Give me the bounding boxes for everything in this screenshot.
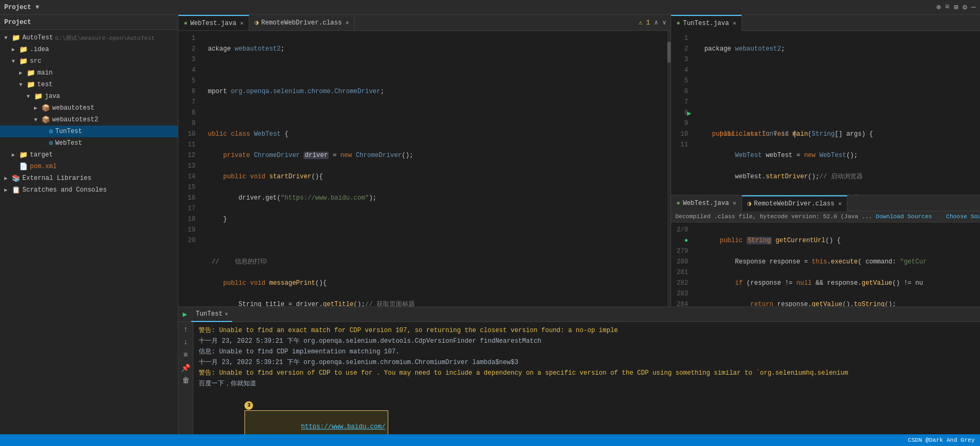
bottom-controls: ↑ ↓ ≡ 📌 🗑 <box>178 322 193 434</box>
bottom-tab-name: TunTest <box>195 310 222 318</box>
scroll-up-btn[interactable]: ↑ <box>181 324 191 335</box>
bottom-tab-close[interactable]: ✕ <box>225 310 228 317</box>
left-line-numbers: 12345 678910 11121314 1 15 1617181920 <box>178 31 200 307</box>
left-code-lines: ackage webautotest2; mport org.openqa.se… <box>200 31 667 307</box>
console-area: 警告: Unable to find an exact match for CD… <box>193 322 980 434</box>
label-src: src <box>30 57 42 65</box>
arrow-autotest: ▼ <box>4 35 12 41</box>
sidebar-item-scratches[interactable]: ▶ 📋 Scratches and Consoles <box>0 184 178 196</box>
pin-btn[interactable]: 📌 <box>181 362 191 373</box>
folder-icon-main: 📁 <box>27 69 35 77</box>
align-btn[interactable]: ≡ <box>181 350 191 360</box>
choose-sources-link[interactable]: Choose Sources... <box>946 213 980 220</box>
sidebar-item-main[interactable]: ▶ 📁 main <box>0 67 178 79</box>
console-line-6: 百度一下，你就知道 <box>199 378 975 389</box>
tab-close-webtest[interactable]: ✕ <box>240 20 244 27</box>
tab-webtest-java[interactable]: ● WebTest.java ✕ <box>178 15 249 31</box>
nav-up-icon[interactable]: ∧ <box>655 19 658 27</box>
class-icon-tuntest: ⊙ <box>49 127 53 136</box>
expand-icon[interactable]: ⊞ <box>954 3 958 12</box>
tab-close-rwd[interactable]: ✕ <box>346 19 349 26</box>
scroll-down-btn[interactable]: ↓ <box>181 337 191 348</box>
label-webautotest2: webautotest2 <box>52 116 98 123</box>
right-top-tab-bar: ● TunTest.java ✕ <box>671 15 980 31</box>
sidebar-item-autotest[interactable]: ▼ 📁 AutoTest G:\测试\measure-open\AutoTest <box>0 32 178 44</box>
trash-btn[interactable]: 🗑 <box>181 375 191 386</box>
run-marker[interactable]: ▶ <box>687 109 691 119</box>
bottom-content-row: ↑ ↓ ≡ 📌 🗑 警告: Unable to find an exact ma… <box>178 322 980 434</box>
sidebar: Project ▼ 📁 AutoTest G:\测试\measure-open\… <box>0 15 178 434</box>
structure-icon[interactable]: ≡ <box>945 3 949 12</box>
arrow-webautotest: ▶ <box>34 105 42 111</box>
baidu-url[interactable]: https://www.baidu.com/ <box>301 423 385 431</box>
editor-right: ● TunTest.java ✕ 123 2 4 567891011 <box>671 15 980 307</box>
settings-icon[interactable]: ⚙ <box>962 3 967 12</box>
decompiled-text: Decompiled .class file, bytecode version… <box>675 213 872 220</box>
label-webautotest: webautotest <box>52 104 94 112</box>
left-code-area[interactable]: 12345 678910 11121314 1 15 1617181920 ac… <box>178 31 671 307</box>
sidebar-item-webtest[interactable]: ⊙ WebTest <box>0 137 178 149</box>
libs-icon: 📚 <box>12 174 20 183</box>
label-pom: pom.xml <box>30 163 56 170</box>
sidebar-item-webautotest2[interactable]: ▼ 📦 webautotest2 <box>0 114 178 126</box>
folder-icon-java: 📁 <box>34 92 43 101</box>
left-scrollbar[interactable] <box>667 31 671 307</box>
folder-icon-test: 📁 <box>27 80 35 89</box>
tab-remotewebdriver[interactable]: ◑ RemoteWebDriver.class ✕ <box>249 15 355 31</box>
right-bottom-code-area[interactable]: 2/8 ● 279280281282283284285 public Strin… <box>671 222 980 307</box>
bottom-tab-tuntest[interactable]: TunTest ✕ <box>191 307 232 322</box>
folder-icon-src: 📁 <box>19 57 28 65</box>
path-autotest: G:\测试\measure-open\AutoTest <box>55 34 155 42</box>
run-icon: ▶ <box>183 310 187 319</box>
label-extlibs: External Libraries <box>22 175 92 182</box>
tab-tuntest[interactable]: ● TunTest.java ✕ <box>671 15 742 31</box>
sidebar-header: Project <box>0 15 178 30</box>
new-tab-icon[interactable]: ⊕ <box>936 3 941 12</box>
download-sources-link[interactable]: Download Sources <box>876 213 932 220</box>
scratches-icon: 📋 <box>12 186 20 194</box>
sidebar-item-external-libs[interactable]: ▶ 📚 External Libraries <box>0 172 178 184</box>
marker-3: 3 <box>244 401 253 410</box>
editor-area: ● WebTest.java ✕ ◑ RemoteWebDriver.class… <box>178 15 980 434</box>
project-dropdown-icon[interactable]: ▼ <box>35 4 39 11</box>
tab-webtest-bottom[interactable]: ● WebTest.java ✕ <box>671 195 742 211</box>
nav-down-icon[interactable]: ∨ <box>663 19 666 27</box>
arrow-target: ▶ <box>12 152 19 158</box>
arrow-src: ▼ <box>12 59 19 64</box>
console-line-2: 十一月 23, 2022 5:39:21 下午 org.openqa.selen… <box>199 336 975 346</box>
tab-icon-rwd-b: ◑ <box>747 200 751 208</box>
sidebar-item-src[interactable]: ▼ 📁 src <box>0 55 178 67</box>
tab-close-tuntest[interactable]: ✕ <box>733 20 737 27</box>
sidebar-item-target[interactable]: ▶ 📁 target <box>0 149 178 161</box>
console-line-1: 警告: Unable to find an exact match for CD… <box>199 325 975 336</box>
tab-close-webtest-b[interactable]: ✕ <box>733 200 737 207</box>
pkg-icon-webautotest: 📦 <box>42 104 50 112</box>
console-line-4: 十一月 23, 2022 5:39:21 下午 org.openqa.selen… <box>199 357 975 368</box>
arrow-test: ▼ <box>19 82 27 88</box>
sidebar-item-idea[interactable]: ▶ 📁 .idea <box>0 44 178 55</box>
file-icon-pom: 📄 <box>19 162 28 171</box>
url-link-box[interactable]: https://www.baidu.com/ <box>244 410 388 434</box>
folder-icon-idea: 📁 <box>19 45 28 54</box>
folder-icon-autotest: 📁 <box>12 34 20 42</box>
sidebar-item-webautotest[interactable]: ▶ 📦 webautotest <box>0 102 178 114</box>
tab-close-rwd-b[interactable]: ✕ <box>838 200 842 207</box>
label-scratches: Scratches and Consoles <box>22 186 107 194</box>
project-label: Project <box>4 4 31 11</box>
label-target: target <box>30 151 53 159</box>
sidebar-item-tuntest[interactable]: ⊙ TunTest <box>0 126 178 137</box>
label-test: test <box>37 81 53 88</box>
tab-icon-webtest: ● <box>184 20 187 27</box>
right-bottom-line-numbers: 2/8 ● 279280281282283284285 <box>671 222 692 307</box>
tab-rwd-bottom[interactable]: ◑ RemoteWebDriver.class ✕ <box>742 195 847 211</box>
right-top-code-area[interactable]: 123 2 4 567891011 package webautotest2; … <box>671 31 980 195</box>
status-bar: CSDN @Dark And Grey <box>0 434 980 446</box>
right-top-code-lines: package webautotest2; ▶ public class Tun… <box>692 31 980 195</box>
sidebar-item-test[interactable]: ▼ 📁 test <box>0 79 178 90</box>
sidebar-item-pom[interactable]: 📄 pom.xml <box>0 161 178 172</box>
sidebar-item-java[interactable]: ▼ 📁 java <box>0 90 178 102</box>
console-line-7: 3 https://www.baidu.com/ <box>199 389 975 434</box>
minimize-icon[interactable]: — <box>971 3 976 12</box>
arrow-main: ▶ <box>19 70 27 76</box>
bottom-panel: ▶ TunTest ✕ ↑ ↓ ≡ 📌 🗑 警告: Unable to find… <box>178 307 980 434</box>
